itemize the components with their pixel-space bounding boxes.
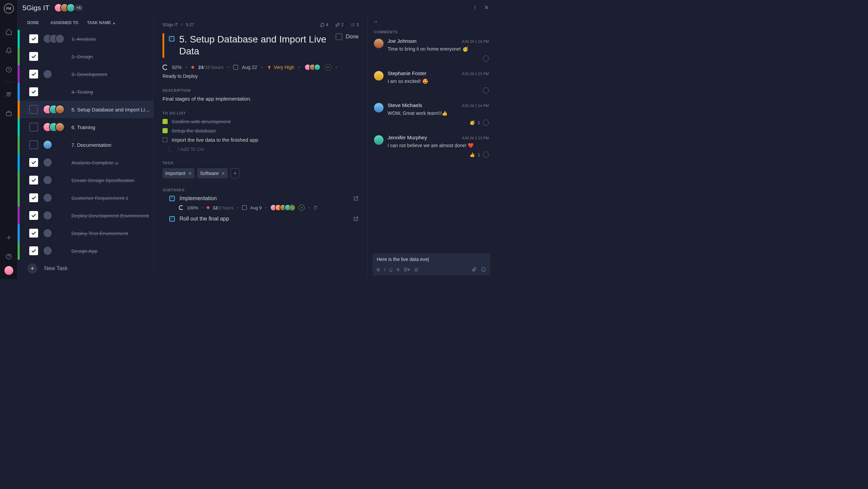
todo-checkbox[interactable] bbox=[163, 128, 168, 133]
col-done[interactable]: DONE bbox=[27, 20, 44, 25]
mention-button[interactable]: @ bbox=[414, 267, 419, 272]
add-reaction-icon[interactable] bbox=[483, 152, 489, 158]
comment-author[interactable]: Stephanie Foster bbox=[388, 70, 458, 76]
attach-icon[interactable] bbox=[471, 267, 477, 272]
comment-input[interactable]: Here is the live data eve bbox=[377, 257, 486, 263]
open-subtask-icon[interactable] bbox=[353, 216, 359, 222]
subtask-name[interactable]: Implementation bbox=[180, 195, 348, 202]
add-reaction-icon[interactable] bbox=[483, 87, 489, 93]
todo-item[interactable]: Setup the database bbox=[163, 128, 359, 134]
add-assignee-button[interactable]: + bbox=[325, 64, 331, 71]
task-row[interactable]: 4. Testing bbox=[18, 83, 153, 101]
tag-remove-icon[interactable]: ✕ bbox=[221, 171, 225, 176]
task-checkbox[interactable] bbox=[29, 229, 38, 238]
task-checkbox[interactable] bbox=[29, 70, 38, 78]
task-checkbox[interactable] bbox=[29, 140, 38, 149]
add-reaction-icon[interactable] bbox=[483, 55, 489, 62]
task-checkbox[interactable] bbox=[29, 52, 38, 61]
task-assignees[interactable] bbox=[43, 175, 67, 185]
more-menu-icon[interactable] bbox=[472, 4, 479, 11]
task-row[interactable]: 7. Documentation bbox=[18, 136, 153, 154]
due-date[interactable]: Aug 22 bbox=[242, 65, 257, 70]
comment-author[interactable]: Jennifer Murphey bbox=[388, 135, 458, 140]
user-avatar[interactable] bbox=[4, 266, 13, 275]
task-row[interactable]: Deploy Development Environment bbox=[18, 207, 153, 224]
task-assignees[interactable] bbox=[43, 140, 67, 150]
tag-chip[interactable]: Important✕ bbox=[163, 168, 194, 178]
bold-button[interactable]: B bbox=[377, 267, 380, 272]
task-checkbox[interactable] bbox=[29, 193, 38, 202]
comment-reactions[interactable]: 👍1 bbox=[388, 152, 489, 158]
task-row[interactable]: Create Design Specification bbox=[18, 171, 153, 189]
task-assignees[interactable] bbox=[43, 69, 67, 79]
description-text[interactable]: Final stages of the app implementation. bbox=[163, 96, 359, 102]
hours-spent[interactable]: 24/10 hours bbox=[198, 65, 223, 70]
open-subtask-icon[interactable] bbox=[353, 196, 359, 201]
people-icon[interactable] bbox=[5, 90, 13, 99]
emoji-icon[interactable] bbox=[481, 267, 486, 272]
links-count[interactable]: 2 bbox=[335, 22, 344, 27]
comment-avatar[interactable] bbox=[374, 39, 384, 48]
more-assignees-badge[interactable]: +1 bbox=[289, 205, 295, 211]
task-checkbox[interactable] bbox=[29, 211, 38, 220]
subtask-name[interactable]: Roll out the final app bbox=[180, 216, 348, 222]
add-reaction-icon[interactable] bbox=[483, 120, 489, 126]
task-row[interactable]: Analysis Complete◇ bbox=[18, 154, 153, 171]
crumb-id[interactable]: 5-27 bbox=[186, 22, 194, 27]
add-task-button[interactable]: + bbox=[27, 263, 37, 274]
briefcase-icon[interactable] bbox=[5, 109, 13, 118]
task-checkbox[interactable] bbox=[29, 34, 38, 43]
comment-avatar[interactable] bbox=[374, 103, 384, 112]
progress-percent[interactable]: 92% bbox=[172, 65, 182, 70]
home-icon[interactable] bbox=[5, 28, 13, 36]
list-button[interactable]: ☰▾ bbox=[404, 267, 410, 272]
tag-remove-icon[interactable]: ✕ bbox=[188, 171, 192, 176]
task-assignees[interactable] bbox=[43, 246, 67, 256]
more-members-chip[interactable]: +6 bbox=[74, 5, 83, 11]
task-assignees[interactable] bbox=[43, 122, 67, 132]
todo-checkbox[interactable] bbox=[163, 119, 168, 124]
delete-subtask-icon[interactable] bbox=[313, 205, 318, 210]
task-row[interactable]: Customer Requirement 1 bbox=[18, 189, 153, 207]
strike-button[interactable]: S bbox=[396, 267, 399, 272]
subtask-assignees[interactable]: +1 bbox=[270, 204, 295, 211]
clock-icon[interactable] bbox=[5, 66, 13, 74]
subtasks-count[interactable]: 3 bbox=[350, 22, 359, 27]
underline-button[interactable]: U bbox=[389, 267, 392, 272]
task-row[interactable]: 6. Training bbox=[18, 118, 153, 136]
task-status[interactable]: Ready to Deploy bbox=[163, 73, 359, 79]
task-assignees[interactable] bbox=[43, 211, 67, 220]
todo-item[interactable]: Import the live data to the finished app bbox=[163, 137, 359, 143]
comment-reactions[interactable] bbox=[388, 87, 489, 93]
task-assignees[interactable] bbox=[43, 105, 67, 114]
project-title[interactable]: 5Gigs IT bbox=[22, 4, 49, 12]
task-row[interactable]: 5. Setup Database and Import Live Data bbox=[18, 101, 153, 118]
task-checkbox[interactable] bbox=[29, 158, 38, 167]
task-checkbox[interactable] bbox=[29, 105, 38, 114]
todo-item[interactable]: Confirm with development bbox=[163, 119, 359, 124]
task-row[interactable]: 3. Development bbox=[18, 65, 153, 83]
task-row[interactable]: 1. Analysis bbox=[18, 30, 153, 48]
crumb-project[interactable]: 5Gigs IT bbox=[163, 22, 178, 27]
comment-reactions[interactable]: 🥳1 bbox=[388, 120, 489, 126]
italic-button[interactable]: I bbox=[384, 267, 385, 272]
help-icon[interactable] bbox=[5, 252, 13, 261]
plus-icon[interactable] bbox=[5, 233, 13, 242]
task-title[interactable]: 5. Setup Database and Import Live Data bbox=[179, 33, 331, 57]
task-row[interactable]: Design App bbox=[18, 242, 153, 260]
task-row[interactable]: 2. Design bbox=[18, 48, 153, 65]
task-checkbox[interactable] bbox=[29, 176, 38, 185]
done-checkbox[interactable]: Done bbox=[336, 33, 359, 40]
task-checkbox[interactable] bbox=[29, 246, 38, 255]
add-assignee-button[interactable]: + bbox=[299, 205, 305, 211]
comment-reactions[interactable] bbox=[388, 55, 489, 62]
task-assignees[interactable] bbox=[43, 158, 67, 167]
todo-checkbox[interactable] bbox=[163, 137, 168, 142]
col-assigned[interactable]: ASSIGNED TO bbox=[50, 20, 81, 25]
tag-chip[interactable]: Software✕ bbox=[197, 168, 228, 178]
add-tag-button[interactable]: + bbox=[231, 168, 239, 178]
task-assignees[interactable] bbox=[304, 64, 321, 71]
task-assignees[interactable] bbox=[43, 193, 67, 203]
task-assignees[interactable] bbox=[43, 228, 67, 238]
collapse-comments-icon[interactable]: ›› bbox=[374, 19, 377, 24]
